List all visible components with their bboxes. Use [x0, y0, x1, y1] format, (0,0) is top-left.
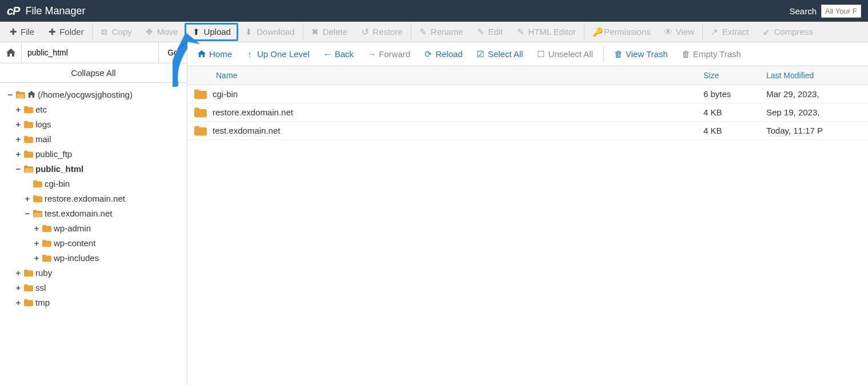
- column-size[interactable]: Size: [697, 66, 759, 85]
- expand-icon[interactable]: +: [15, 148, 22, 161]
- permissions-button[interactable]: 🔑Permissions: [586, 23, 658, 41]
- column-modified[interactable]: Last Modified: [759, 66, 868, 85]
- search-input[interactable]: [821, 5, 861, 18]
- extract-icon: ↗: [711, 27, 719, 37]
- expand-icon[interactable]: +: [15, 267, 22, 279]
- navigation-bar: Home ↑Up One Level ←Back →Forward ⟳Reloa…: [187, 42, 868, 66]
- tree-root[interactable]: −(/home/yocgwsjghosting): [3, 87, 183, 102]
- new-folder-button[interactable]: ✚Folder: [41, 23, 91, 41]
- label: Extract: [722, 27, 749, 37]
- copy-button[interactable]: ⧉Copy: [94, 23, 139, 41]
- folder-icon: [194, 107, 207, 118]
- nav-home-button[interactable]: Home: [192, 46, 238, 62]
- forward-button[interactable]: →Forward: [362, 46, 416, 62]
- rename-icon: ✎: [419, 27, 427, 37]
- label: Empty Trash: [693, 49, 741, 59]
- expand-icon[interactable]: +: [15, 103, 22, 116]
- tree-item-ruby[interactable]: +ruby: [3, 266, 183, 280]
- tree-item-mail[interactable]: +mail: [3, 132, 183, 147]
- collapse-icon[interactable]: −: [15, 163, 22, 175]
- label: Select All: [488, 49, 523, 59]
- up-one-level-button[interactable]: ↑Up One Level: [240, 46, 315, 62]
- restore-button[interactable]: ↺Restore: [354, 23, 410, 41]
- file-name: cgi-bin: [213, 89, 238, 99]
- tree-item-public-html[interactable]: −public_html: [3, 162, 183, 177]
- tree-label: test.exdomain.net: [45, 207, 112, 220]
- tree-item-wp-admin[interactable]: +wp-admin: [3, 221, 183, 236]
- home-button[interactable]: [0, 42, 22, 63]
- tree-item-logs[interactable]: +logs: [3, 117, 183, 132]
- rename-button[interactable]: ✎Rename: [413, 23, 470, 41]
- label: Download: [257, 27, 295, 37]
- tree-item-cgi-bin[interactable]: cgi-bin: [3, 177, 183, 191]
- reload-button[interactable]: ⟳Reload: [418, 46, 469, 63]
- move-icon: ✥: [146, 27, 154, 37]
- tree-label: public_ftp: [35, 148, 72, 161]
- compress-button[interactable]: ↙Compress: [755, 23, 819, 41]
- tree-item-wp-content[interactable]: +wp-content: [3, 236, 183, 251]
- tree-item-ssl[interactable]: +ssl: [3, 280, 183, 295]
- expand-icon[interactable]: +: [15, 133, 22, 146]
- new-file-button[interactable]: ✚File: [2, 23, 41, 41]
- html-editor-button[interactable]: ✎HTML Editor: [510, 23, 583, 41]
- download-icon: ⬇: [245, 27, 253, 37]
- table-row[interactable]: restore.exdomain.net4 KBSep 19, 2023,: [187, 103, 868, 122]
- expand-icon[interactable]: +: [15, 118, 22, 131]
- folder-icon: [194, 126, 207, 136]
- home-icon: [6, 49, 15, 57]
- back-button[interactable]: ←Back: [318, 46, 359, 62]
- expand-icon[interactable]: +: [33, 252, 40, 264]
- label: Upload: [203, 27, 231, 37]
- folder-icon: [33, 180, 42, 188]
- expand-icon[interactable]: +: [33, 237, 40, 250]
- table-row[interactable]: cgi-bin6 bytesMar 29, 2023,: [187, 85, 868, 103]
- select-all-button[interactable]: ☑Select All: [471, 46, 529, 63]
- column-icon[interactable]: [187, 66, 209, 85]
- home-icon: [27, 89, 35, 101]
- upload-icon: ⬆: [192, 27, 200, 37]
- tree-item-tmp[interactable]: +tmp: [3, 295, 183, 310]
- label: Copy: [112, 27, 132, 37]
- view-button[interactable]: 👁View: [657, 23, 701, 40]
- expand-icon[interactable]: +: [24, 192, 31, 205]
- go-button[interactable]: Go: [158, 42, 187, 63]
- column-name[interactable]: Name: [209, 66, 697, 85]
- tree-item-wp-includes[interactable]: +wp-includes: [3, 251, 183, 266]
- tree-item-etc[interactable]: +etc: [3, 102, 183, 117]
- reload-icon: ⟳: [424, 49, 432, 59]
- folder-open-icon: [33, 210, 42, 218]
- unselect-all-button[interactable]: ☐Unselect All: [531, 46, 598, 63]
- delete-button[interactable]: ✖Delete: [305, 23, 354, 41]
- tree-item-test[interactable]: −test.exdomain.net: [3, 206, 183, 221]
- extract-button[interactable]: ↗Extract: [704, 23, 756, 41]
- file-modified: Sep 19, 2023,: [759, 107, 868, 117]
- label: Back: [335, 49, 354, 59]
- label: HTML Editor: [528, 27, 576, 37]
- collapse-all-button[interactable]: Collapse All: [0, 63, 187, 83]
- view-trash-button[interactable]: 🗑View Trash: [609, 46, 674, 62]
- plus-icon: ✚: [9, 27, 17, 37]
- file-size: 6 bytes: [697, 89, 759, 99]
- label: Unselect All: [548, 49, 593, 59]
- expand-icon[interactable]: +: [15, 282, 22, 294]
- tree-item-public-ftp[interactable]: +public_ftp: [3, 147, 183, 162]
- edit-button[interactable]: ✎Edit: [470, 23, 510, 41]
- tree-label: etc: [35, 103, 47, 116]
- collapse-icon[interactable]: −: [24, 207, 31, 220]
- expand-icon[interactable]: +: [33, 222, 40, 235]
- trash-icon: 🗑: [614, 49, 622, 59]
- move-button[interactable]: ✥Move: [139, 23, 185, 41]
- download-button[interactable]: ⬇Download: [238, 23, 302, 41]
- label: Move: [157, 27, 178, 37]
- table-row[interactable]: test.exdomain.net4 KBToday, 11:17 P: [187, 122, 868, 140]
- upload-button[interactable]: ⬆Upload: [185, 23, 238, 41]
- up-arrow-icon: ↑: [246, 49, 254, 59]
- tree-item-restore[interactable]: +restore.exdomain.net: [3, 191, 183, 206]
- folder-icon: [24, 269, 33, 277]
- path-input[interactable]: [22, 42, 158, 63]
- collapse-icon[interactable]: −: [7, 89, 14, 101]
- expand-icon[interactable]: +: [15, 296, 22, 309]
- separator: [702, 24, 703, 40]
- cpanel-logo-icon: cP: [7, 5, 19, 18]
- empty-trash-button[interactable]: 🗑Empty Trash: [676, 46, 747, 62]
